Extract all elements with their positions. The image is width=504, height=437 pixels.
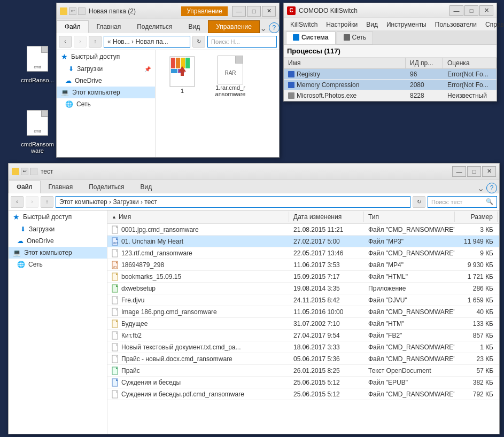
- active-tab-indicator[interactable]: Управление: [181, 6, 228, 16]
- minimize-button[interactable]: —: [232, 6, 246, 17]
- table-row[interactable]: Кит.fb2 27.04.2017 9:54 Файл "FB2" 857 К…: [107, 330, 499, 341]
- bottom-tab-view[interactable]: Вид: [132, 181, 160, 193]
- up-button[interactable]: ↑: [41, 196, 53, 208]
- tab-file[interactable]: Файл: [57, 20, 89, 33]
- sidebar-downloads[interactable]: ⬇ Загрузки 📌: [57, 63, 155, 75]
- back-button[interactable]: ‹: [59, 36, 72, 48]
- cloud-icon: ☁: [65, 77, 72, 84]
- refresh-button[interactable]: ↻: [413, 196, 425, 208]
- ks-col-name[interactable]: Имя: [284, 58, 406, 68]
- ks-col-pid[interactable]: ИД пр...: [406, 58, 443, 68]
- col-type[interactable]: Тип: [364, 212, 455, 222]
- file-icon: [112, 355, 119, 363]
- folder-icon: [12, 168, 19, 175]
- maximize-button[interactable]: □: [247, 6, 261, 17]
- col-date[interactable]: Дата изменения: [289, 212, 364, 222]
- minimize-button[interactable]: —: [452, 166, 466, 177]
- desktop-icon-cmdransomware1[interactable]: cmd cmdRanso...: [16, 43, 59, 83]
- ks-maximize-button[interactable]: □: [464, 5, 478, 16]
- ribbon-expand-icon[interactable]: ⌄: [477, 183, 484, 193]
- ks-close-button[interactable]: ✕: [479, 5, 493, 16]
- bottom-tab-home[interactable]: Главная: [41, 181, 81, 193]
- up-button[interactable]: ↑: [89, 36, 102, 48]
- download-icon: ⬇: [68, 65, 74, 73]
- table-row[interactable]: Суждения и беседы 25.06.2015 5:12 Файл "…: [107, 377, 499, 388]
- bottom-fm-body: ★ Быстрый доступ ⬇ Загрузки ☁ OneDrive 💻…: [9, 210, 499, 434]
- process-status: Error(Not Fo...: [443, 80, 497, 90]
- maximize-button[interactable]: □: [467, 166, 481, 177]
- table-row[interactable]: bookmarks_15.09.15 15.09.2015 7:17 Файл …: [107, 271, 499, 283]
- ks-tab-network[interactable]: Сеть: [337, 32, 374, 44]
- file-icon: [112, 308, 119, 316]
- table-row[interactable]: 123.rtf.cmd_ransomware 22.05.2017 13:46 …: [107, 247, 499, 259]
- col-name[interactable]: ▲ Имя: [107, 212, 289, 222]
- sidebar-onedrive[interactable]: ☁ OneDrive: [9, 235, 107, 247]
- close-button[interactable]: ✕: [262, 6, 276, 17]
- tab-share[interactable]: Поделиться: [129, 20, 180, 33]
- tab-view[interactable]: Вид: [180, 20, 208, 33]
- ks-menu-help[interactable]: Справка: [481, 20, 504, 29]
- forward-button[interactable]: ›: [26, 196, 38, 208]
- computer-icon: 💻: [13, 249, 21, 256]
- table-row[interactable]: Новый текстовый документ.txt.cmd_ра... 1…: [107, 341, 499, 353]
- network-icon: [344, 34, 350, 41]
- file-grid-item-rar[interactable]: RAR 1.rar.cmd_r ansomware: [209, 56, 252, 97]
- table-row[interactable]: MP3 01. Unchain My Heart 27.02.2017 5:00…: [107, 236, 499, 247]
- table-row[interactable]: Прайс 26.01.2015 8:25 Текст OpenDocument…: [107, 365, 499, 377]
- bottom-tab-share[interactable]: Поделиться: [81, 181, 132, 193]
- sidebar-this-computer[interactable]: 💻 Этот компьютер: [57, 87, 155, 98]
- forward-button[interactable]: ›: [74, 36, 87, 48]
- process-icon: [288, 71, 294, 77]
- ks-process-row[interactable]: Memory Compression 2080 Error(Not Fo...: [284, 80, 497, 90]
- breadcrumb-path[interactable]: Этот компьютер › Загрузки › тест: [56, 196, 410, 208]
- sidebar-quick-access[interactable]: ★ Быстрый доступ: [57, 50, 155, 63]
- ks-menu-users[interactable]: Пользователи: [431, 20, 481, 29]
- mp4-icon: MP4: [112, 261, 119, 269]
- back-button[interactable]: ‹: [11, 196, 24, 208]
- file-grid-item[interactable]: 1: [161, 56, 204, 97]
- ks-tab-system[interactable]: Система: [286, 32, 336, 44]
- ks-menu-view[interactable]: Вид: [362, 20, 382, 29]
- table-row[interactable]: MP4 18694879_298 11.06.2017 3:53 Файл "M…: [107, 259, 499, 271]
- breadcrumb-path[interactable]: « Нов... › Новая па...: [104, 36, 190, 48]
- ks-menu-settings[interactable]: Настройки: [322, 20, 362, 29]
- sidebar-network[interactable]: 🌐 Сеть: [9, 259, 107, 270]
- ks-process-list: Registry 96 Error(Not Fo... Memory Compr…: [284, 69, 497, 101]
- tab-home[interactable]: Главная: [89, 20, 129, 33]
- file-icon: [112, 343, 119, 352]
- tab-manage[interactable]: Управление: [208, 20, 260, 33]
- table-row[interactable]: Прайс - новый.docx.cmd_ransomware 05.06.…: [107, 353, 499, 365]
- table-row[interactable]: dxwebsetup 19.08.2014 3:35 Приложение 28…: [107, 283, 499, 294]
- col-size[interactable]: Размер: [455, 212, 498, 222]
- process-status: Неизвестный: [443, 90, 497, 100]
- ks-menu-tools[interactable]: Инструменты: [382, 20, 431, 29]
- sidebar-network[interactable]: 🌐 Сеть: [57, 98, 155, 110]
- refresh-button[interactable]: ↻: [192, 36, 205, 48]
- ks-process-row[interactable]: Registry 96 Error(Not Fo...: [284, 69, 497, 80]
- search-box[interactable]: Поиск: тест 🔍: [428, 196, 497, 208]
- sidebar-downloads[interactable]: ⬇ Загрузки: [9, 223, 107, 235]
- ribbon-expand-icon[interactable]: ⌄: [260, 23, 267, 33]
- ks-col-rating[interactable]: Оценка: [443, 58, 497, 68]
- close-button[interactable]: ✕: [482, 166, 496, 177]
- table-row[interactable]: Image 186.png.cmd_ransomware 11.05.2016 …: [107, 306, 499, 318]
- help-icon[interactable]: ?: [269, 22, 280, 33]
- help-icon[interactable]: ?: [486, 183, 497, 193]
- address-bar: ‹ › ↑ « Нов... › Новая па... ↻ Поиск: Н.…: [57, 33, 279, 50]
- svg-text:MP4: MP4: [113, 266, 118, 268]
- ks-process-row[interactable]: Microsoft.Photos.exe 8228 Неизвестный: [284, 90, 497, 101]
- search-box[interactable]: Поиск: Н...: [207, 36, 277, 48]
- table-row[interactable]: Fre.djvu 24.11.2015 8:42 Файл "DJVU" 1 6…: [107, 294, 499, 306]
- bottom-file-main: ▲ Имя Дата изменения Тип Размер 0001.jpg…: [107, 210, 499, 434]
- ks-menu-killswitch[interactable]: KillSwitch: [286, 20, 322, 29]
- sidebar-quick-access[interactable]: ★ Быстрый доступ: [9, 210, 107, 223]
- table-row[interactable]: Суждения и беседы.pdf.cmd_ransomware 25.…: [107, 388, 499, 400]
- desktop-icon-cmdransomware2[interactable]: cmd cmdRansom ware: [16, 107, 59, 154]
- sidebar-this-computer[interactable]: 💻 Этот компьютер: [9, 247, 107, 259]
- sidebar-onedrive[interactable]: ☁ OneDrive: [57, 75, 155, 87]
- table-row[interactable]: Будущее 31.07.2002 7:10 Файл "HTM" 133 К…: [107, 318, 499, 330]
- bottom-tab-file[interactable]: Файл: [9, 181, 41, 193]
- file-icon: [112, 249, 119, 257]
- ks-minimize-button[interactable]: —: [449, 5, 463, 16]
- table-row[interactable]: 0001.jpg.cmd_ransomware 21.08.2015 11:21…: [107, 224, 499, 236]
